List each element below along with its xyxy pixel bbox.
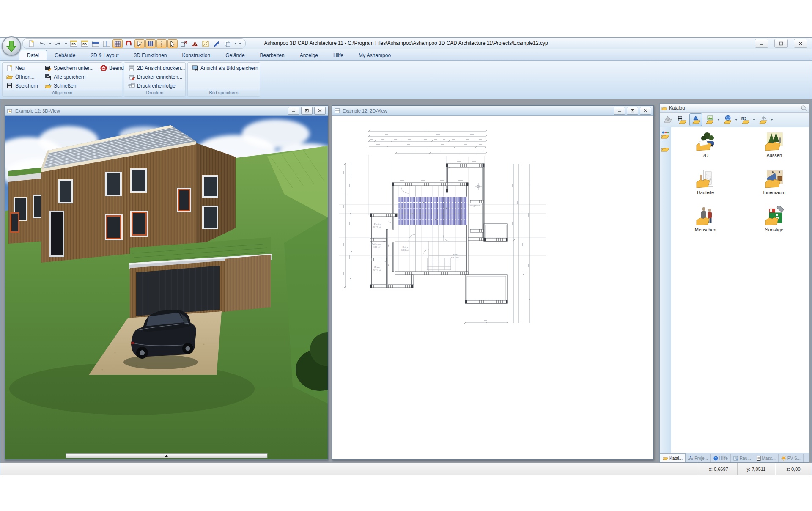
grid-toggle-icon[interactable] — [112, 39, 123, 48]
2d-close-button[interactable] — [640, 107, 651, 115]
plan-solar-panels — [398, 197, 467, 225]
groups-dropdown-icon[interactable] — [771, 119, 773, 121]
oeffnen-button[interactable]: Öffnen... — [4, 72, 40, 81]
2d-viewport[interactable]: Pantry8,15 m² Bathroom4,29 m² Guest9,21 … — [332, 116, 653, 459]
2d-minimize-button[interactable] — [614, 107, 625, 115]
view-3d-icon[interactable]: 3D — [80, 39, 90, 48]
catalog-pin-icon[interactable] — [801, 105, 807, 111]
schliessen-button[interactable]: Schließen — [43, 81, 96, 90]
clipboard-icon[interactable] — [222, 39, 233, 48]
catalog-header[interactable]: Katalog — [660, 104, 809, 113]
catalog-item-2d[interactable]: 2D — [671, 132, 740, 158]
tab-raum[interactable]: Rau... — [731, 454, 754, 462]
snap-magnet-icon[interactable] — [123, 39, 134, 48]
roof-tool-icon[interactable] — [189, 39, 200, 48]
tab-2d-layout[interactable]: 2D & Layout — [83, 50, 126, 60]
3d-minimize-button[interactable] — [288, 107, 299, 115]
catalog-item-bauteile[interactable]: Bauteile — [671, 169, 740, 195]
windows-catalog-icon[interactable] — [675, 113, 688, 126]
speichern-unter-button[interactable]: Speichern unter... — [43, 63, 96, 72]
3d-walkthrough-slider[interactable] — [66, 453, 267, 458]
3d-close-button[interactable] — [314, 107, 326, 115]
tab-hilfe-panel[interactable]: ? Hilfe — [711, 454, 731, 462]
new-document-icon[interactable] — [26, 39, 36, 48]
undo-dropdown-icon[interactable] — [48, 40, 52, 48]
ansicht-als-bild-button[interactable]: Ansicht als Bild speichern — [189, 63, 261, 72]
minimize-button[interactable] — [755, 39, 768, 48]
objects-catalog-icon[interactable] — [689, 113, 702, 126]
maximize-button[interactable] — [774, 39, 788, 48]
tab-hilfe[interactable]: Hilfe — [326, 50, 351, 60]
3d-restore-button[interactable] — [301, 107, 313, 115]
catalog-tab-bar: Katal... Proje... ? Hilfe Rau... Mass... — [660, 453, 809, 462]
construction-axes-icon[interactable] — [156, 39, 167, 48]
svg-text:Pantry: Pantry — [374, 223, 381, 225]
hatch-tool-icon[interactable] — [200, 39, 211, 48]
tab-projekt[interactable]: Proje... — [686, 454, 711, 462]
catalog-item-menschen[interactable]: Menschen — [671, 206, 740, 232]
tab-pv[interactable]: PV-S... — [779, 454, 804, 462]
3d-viewport[interactable] — [5, 116, 328, 459]
window-2d-view[interactable]: Example 12: 2D-View — [332, 105, 654, 460]
close-button[interactable] — [794, 39, 807, 48]
svg-text:2D: 2D — [71, 42, 76, 46]
tab-anzeige[interactable]: Anzeige — [292, 50, 326, 60]
catalog-item-innenraum[interactable]: Innenraum — [740, 169, 809, 195]
textures-dropdown-icon[interactable] — [717, 119, 720, 121]
tab-gelaende[interactable]: Gelände — [218, 50, 252, 60]
window-3d-view[interactable]: Example 12: 3D-View — [5, 105, 328, 460]
ribbon-group-drucken: 2D Ansicht drucken... Drucker einrichten… — [124, 62, 186, 97]
2d-restore-button[interactable] — [627, 107, 638, 115]
neu-button[interactable]: Neu — [4, 63, 40, 72]
materials-dropdown-icon[interactable] — [735, 119, 738, 121]
tab-gebaeude[interactable]: Gebäude — [47, 50, 83, 60]
view-2d-icon[interactable]: 2D — [69, 39, 79, 48]
materials-catalog-icon[interactable] — [721, 113, 734, 126]
redo-dropdown-icon[interactable] — [64, 40, 68, 48]
undo-icon[interactable] — [37, 39, 47, 48]
2d-view-titlebar[interactable]: Example 12: 2D-View — [332, 106, 653, 116]
speichern-button[interactable]: Speichern — [4, 81, 40, 90]
catalog-item-2d-label: 2D — [702, 153, 708, 158]
symbols-dropdown-icon[interactable] — [753, 119, 755, 121]
folder-up-icon[interactable] — [661, 113, 674, 126]
svg-text:9,21 m²: 9,21 m² — [373, 269, 381, 272]
catalog-objects-folder-icon[interactable] — [661, 131, 670, 139]
ansicht-drucken-button[interactable]: 2D Ansicht drucken... — [126, 63, 187, 72]
tab-massen[interactable]: Mass... — [754, 454, 779, 462]
ansicht-drucken-label: 2D Ansicht drucken... — [137, 65, 185, 71]
tab-bearbeiten[interactable]: Bearbeiten — [252, 50, 292, 60]
measure-tool-icon[interactable] — [211, 39, 222, 48]
textures-catalog-icon[interactable] — [703, 113, 716, 126]
druckreihenfolge-button[interactable]: Druckreihenfolge — [126, 81, 187, 90]
toolbar-overflow-icon[interactable] — [238, 40, 242, 48]
tab-my-ashampoo[interactable]: My Ashampoo — [351, 50, 398, 60]
tab-3d-funktionen[interactable]: 3D Funktionen — [126, 50, 174, 60]
tab-raum-label: Rau... — [740, 456, 751, 461]
alle-speichern-button[interactable]: Alle speichern — [43, 72, 96, 81]
groups-catalog-icon[interactable] — [757, 113, 769, 126]
catalog-plain-folder-icon[interactable] — [661, 145, 670, 152]
application-menu-button[interactable] — [2, 36, 21, 56]
drucker-einrichten-button[interactable]: Drucker einrichten... — [126, 72, 187, 81]
catalog-item-sonstige[interactable]: Sonstige — [740, 206, 809, 232]
svg-text:Bath: Bath — [453, 253, 457, 256]
symbols-2d-catalog-icon[interactable]: 2D — [739, 113, 752, 126]
transform-box-icon[interactable] — [178, 39, 189, 48]
select-cursor-icon[interactable] — [167, 39, 178, 48]
tab-katalog[interactable]: Katal... — [660, 453, 686, 462]
status-z-coordinate: z: 0,00 — [775, 463, 812, 475]
tab-pv-label: PV-S... — [787, 456, 801, 461]
3d-view-titlebar[interactable]: Example 12: 3D-View — [5, 106, 328, 116]
catalog-panel: Katalog 2D — [659, 103, 809, 463]
select-snap-icon[interactable] — [134, 39, 145, 48]
tab-konstruktion[interactable]: Konstruktion — [175, 50, 218, 60]
redo-icon[interactable] — [53, 39, 63, 48]
group-label-allgemein: Allgemein — [3, 90, 122, 96]
split-horizontal-icon[interactable] — [91, 39, 101, 48]
clipboard-dropdown-icon[interactable] — [233, 40, 237, 48]
parallel-guides-icon[interactable] — [145, 39, 156, 48]
tab-datei[interactable]: Datei — [19, 50, 47, 60]
split-vertical-icon[interactable] — [102, 39, 112, 48]
catalog-item-aussen[interactable]: Aussen — [740, 132, 809, 158]
